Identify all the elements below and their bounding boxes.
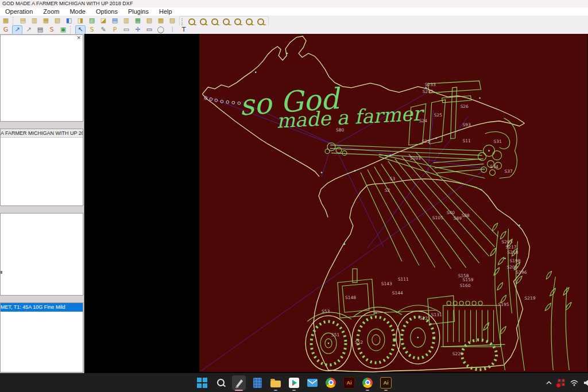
measure-icon[interactable]: ✛ <box>133 25 143 34</box>
nest-parts-icon[interactable]: ▩ <box>156 16 166 25</box>
link-parts-icon[interactable]: ◪ <box>98 16 109 25</box>
svg-text:S217: S217 <box>506 244 517 250</box>
add-part-icon[interactable]: ▤ <box>18 16 28 25</box>
simulate-icon[interactable]: ↗ <box>12 25 22 34</box>
menu-help[interactable]: Help <box>154 8 177 15</box>
svg-text:S89: S89 <box>454 216 462 221</box>
sidebar: ✕ A FARMER MICHIGAN WITH UP 2018 DXF MET… <box>0 34 84 373</box>
new-job-icon[interactable]: ▩ <box>1 16 11 25</box>
run-post-icon[interactable]: ↗ <box>24 25 34 34</box>
start-taskbar-icon[interactable] <box>195 375 209 390</box>
menu-plugins[interactable]: Plugins <box>123 8 154 15</box>
array-part-icon[interactable]: ▧ <box>144 16 154 25</box>
search-taskbar-icon[interactable] <box>214 375 227 390</box>
parts-list-panel: A FARMER MICHIGAN WITH UP 2018 DXF <box>0 129 83 206</box>
svg-text:S80: S80 <box>336 127 344 133</box>
title-bar: GOD MADE A FARMER MICHIGAN WITH UP 2018 … <box>0 0 588 7</box>
toolbar-tools: G↗↗▤S▣↖S✎P▭✛▭◯ᛁT <box>0 25 588 34</box>
svg-text:S26: S26 <box>461 104 469 109</box>
svg-text:S159: S159 <box>463 277 474 282</box>
svg-text:S88: S88 <box>462 213 470 218</box>
svg-text:S121: S121 <box>420 316 431 321</box>
lasso-icon[interactable]: ◯ <box>156 25 166 34</box>
chrome-taskbar-icon[interactable] <box>324 375 338 390</box>
volume-icon[interactable] <box>583 379 588 386</box>
window-title: GOD MADE A FARMER MICHIGAN WITH UP 2018 … <box>2 1 133 6</box>
svg-text:S205: S205 <box>502 239 513 244</box>
show-paths-icon[interactable]: S <box>47 25 57 34</box>
illustrator-2-taskbar-icon[interactable]: Ai <box>379 375 393 390</box>
copy-part-icon[interactable]: ◧ <box>64 16 74 25</box>
svg-text:S144: S144 <box>392 290 403 296</box>
svg-text:S52: S52 <box>355 340 363 345</box>
system-tray <box>546 373 588 392</box>
select-start-icon[interactable]: S <box>87 25 97 34</box>
drawing-canvas[interactable]: so God made a farmer <box>84 34 588 373</box>
import-part-icon[interactable]: ▥ <box>29 16 40 25</box>
edit-path-icon[interactable]: P <box>110 25 120 34</box>
svg-text:S200: S200 <box>506 265 517 270</box>
notification-badge <box>556 383 561 388</box>
clipped-text-fragment <box>1 271 2 274</box>
duplicate-part-icon[interactable]: ▧ <box>52 16 63 25</box>
material-sheet[interactable] <box>199 34 587 372</box>
selected-tool-row[interactable]: MET, T1: 45A 10G Fine Mild <box>1 303 83 312</box>
menu-zoom[interactable]: Zoom <box>38 8 64 15</box>
svg-text:S196: S196 <box>516 270 527 275</box>
svg-text:S103: S103 <box>410 156 421 161</box>
close-icon[interactable]: ✕ <box>76 36 81 41</box>
svg-text:S143: S143 <box>381 281 392 286</box>
toolbar-main: ▩▤▥▦▧◧◨▨◪▤▥▦▧▩▨▦▤×↺ <box>0 15 588 25</box>
tray-chevron-up-icon[interactable] <box>546 379 552 386</box>
parts-list-item[interactable]: A FARMER MICHIGAN WITH UP 2018 DXF <box>1 129 83 138</box>
illustrator-taskbar-icon[interactable]: Ai <box>342 375 356 390</box>
svg-text:S148: S148 <box>345 295 356 300</box>
rotate-part-icon[interactable]: ▥ <box>121 16 131 25</box>
edit-points-icon[interactable]: ✎ <box>98 25 109 34</box>
svg-text:S111: S111 <box>398 277 409 282</box>
svg-text:S233: S233 <box>425 82 436 87</box>
calculator-taskbar-icon[interactable] <box>250 375 264 390</box>
new-contour-icon[interactable]: ▨ <box>87 16 97 25</box>
sheetcam-taskbar-icon[interactable] <box>232 375 246 390</box>
chrome-2-taskbar-icon[interactable] <box>361 375 374 390</box>
info-icon[interactable]: ᛁ <box>167 25 177 34</box>
file-explorer-taskbar-icon[interactable] <box>269 375 283 390</box>
mirror-part-icon[interactable]: ▦ <box>133 16 143 25</box>
mail-taskbar-icon[interactable] <box>305 375 319 390</box>
menu-options[interactable]: Options <box>91 8 123 15</box>
wifi-icon[interactable] <box>570 379 578 386</box>
media-player-taskbar-icon[interactable] <box>287 375 301 390</box>
svg-text:S24: S24 <box>419 118 427 123</box>
menu-bar: OperationZoomModeOptionsPluginsHelp <box>0 7 588 15</box>
post-process-icon[interactable]: G <box>1 25 11 34</box>
menu-mode[interactable]: Mode <box>64 8 91 15</box>
svg-text:S31: S31 <box>494 139 502 144</box>
edit-part-icon[interactable]: ▦ <box>41 16 51 25</box>
view-sheet-icon[interactable]: ▭ <box>144 25 154 34</box>
toolbar-separator <box>70 26 74 34</box>
svg-text:S160: S160 <box>460 283 471 288</box>
toolbar-grip[interactable] <box>181 18 184 25</box>
antivirus-tray-icon[interactable] <box>558 379 565 386</box>
toolbar-separator <box>13 17 16 25</box>
svg-text:S2: S2 <box>385 188 390 193</box>
paste-part-icon[interactable]: ◨ <box>75 16 86 25</box>
menu-operation[interactable]: Operation <box>0 8 38 15</box>
text-tool-icon[interactable]: T <box>179 25 189 34</box>
svg-text:S229: S229 <box>452 351 463 356</box>
select-icon[interactable]: ↖ <box>75 25 86 34</box>
svg-text:S195: S195 <box>498 302 509 307</box>
application-window: GOD MADE A FARMER MICHIGAN WITH UP 2018 … <box>0 0 588 392</box>
svg-text:S34: S34 <box>490 164 498 169</box>
print-icon[interactable]: ▤ <box>35 25 45 34</box>
svg-text:S131: S131 <box>431 312 442 317</box>
select-region-icon[interactable]: ▭ <box>121 25 131 34</box>
svg-text:S40: S40 <box>447 210 455 215</box>
svg-text:S218: S218 <box>507 250 518 255</box>
group-parts-icon[interactable]: ▨ <box>167 16 177 25</box>
move-part-icon[interactable]: ▤ <box>110 16 120 25</box>
job-options-icon[interactable]: ▣ <box>58 25 68 34</box>
operations-panel <box>0 213 83 296</box>
svg-text:S11: S11 <box>463 138 471 143</box>
